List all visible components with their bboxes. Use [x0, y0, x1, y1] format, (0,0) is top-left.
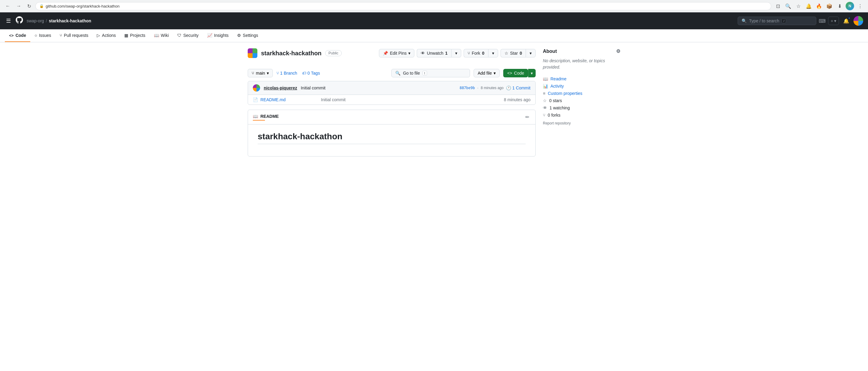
tab-pull-requests[interactable]: ⑂ Pull requests: [55, 29, 93, 42]
new-button[interactable]: + ▾: [828, 16, 839, 25]
browser-toolbar: ⊡ 🔍 ☆ 🔔 🔥 📦 ⬇ N ⋮: [774, 2, 864, 10]
hamburger-menu-button[interactable]: ☰: [5, 16, 12, 25]
user-avatar[interactable]: [854, 16, 863, 26]
search-icon: 🔍: [395, 71, 400, 75]
issues-icon: ○: [34, 33, 37, 38]
repo-title-area: starkhack-hackathon Public 📌 Edit Pins ▾…: [248, 48, 536, 63]
sidebar-link-custom-props[interactable]: ≡ Custom properties: [543, 90, 620, 97]
breadcrumb-separator: /: [46, 19, 47, 23]
github-header: ☰ swap-org / starkhack-hackathon 🔍 Type …: [0, 12, 868, 29]
tab-wiki[interactable]: 📖 Wiki: [150, 29, 173, 42]
unwatch-button[interactable]: 👁 Unwatch 1: [417, 49, 451, 58]
star-dropdown-button[interactable]: ▾: [526, 49, 536, 58]
refresh-button[interactable]: ↻: [25, 2, 33, 10]
browser-avatar[interactable]: N: [846, 2, 854, 10]
repo-title-left: starkhack-hackathon Public: [248, 48, 342, 58]
menu-dots-icon[interactable]: ⋮: [856, 2, 864, 10]
sidebar-link-activity[interactable]: 📊 Activity: [543, 82, 620, 90]
github-logo[interactable]: [16, 16, 23, 25]
plus-icon: +: [831, 19, 833, 23]
bookmark-icon[interactable]: ☆: [794, 2, 803, 10]
url-text: github.com/swap-org/starkhack-hackathon: [46, 4, 120, 8]
readme-body: starkhack-hackathon: [248, 125, 535, 156]
gear-icon[interactable]: ⚙: [616, 48, 620, 54]
main-content: starkhack-hackathon Public 📌 Edit Pins ▾…: [241, 42, 627, 163]
forward-button[interactable]: →: [14, 2, 23, 10]
about-title-text: About: [543, 48, 557, 54]
edit-pins-button[interactable]: 📌 Edit Pins ▾: [379, 49, 414, 58]
fork-dropdown-button[interactable]: ▾: [488, 49, 498, 58]
search-placeholder: Type / to search: [749, 19, 779, 23]
add-file-button[interactable]: Add file ▾: [474, 69, 500, 77]
file-name-link[interactable]: README.md: [260, 97, 321, 102]
tab-code[interactable]: <> Code: [5, 29, 30, 42]
history-icon: 🕐: [506, 86, 511, 90]
cast-icon[interactable]: ⊡: [774, 2, 782, 10]
tab-settings[interactable]: ⚙ Settings: [233, 29, 262, 42]
tab-insights[interactable]: 📈 Insights: [203, 29, 233, 42]
branch-label: Branch: [284, 71, 297, 75]
tab-actions[interactable]: ▷ Actions: [93, 29, 120, 42]
repo-name-link[interactable]: starkhack-hackathon: [49, 19, 91, 23]
address-bar[interactable]: 🔒 github.com/swap-org/starkhack-hackatho…: [35, 2, 771, 10]
commit-author-link[interactable]: nicolas-piquerez: [264, 86, 297, 90]
branch-info: ⑂ 1 Branch 🏷 0 Tags: [276, 71, 320, 75]
back-button[interactable]: ←: [4, 2, 12, 10]
commit-hash-link[interactable]: 887be9b: [460, 86, 475, 90]
extension-icon-3[interactable]: 📦: [825, 2, 834, 10]
readme-heading: starkhack-hackathon: [258, 132, 526, 144]
commit-author-avatar: [253, 84, 260, 92]
projects-icon: ▦: [124, 33, 128, 38]
tag-count-link[interactable]: 🏷 0 Tags: [302, 71, 320, 75]
code-button[interactable]: <> Code: [503, 69, 528, 77]
code-label: Code: [514, 71, 524, 75]
custom-props-icon: ≡: [543, 91, 545, 96]
tab-projects[interactable]: ▦ Projects: [120, 29, 150, 42]
branch-selector[interactable]: ⑂ main ▾: [248, 69, 273, 77]
search-box[interactable]: 🔍 Type / to search /: [738, 16, 816, 25]
branch-count-icon: ⑂: [276, 71, 279, 75]
org-link[interactable]: swap-org: [27, 19, 44, 23]
header-right: 🔍 Type / to search / ⌨ + ▾ 🔔: [738, 16, 863, 26]
chevron-down-icon: ▾: [530, 51, 532, 56]
lock-icon: 🔒: [39, 4, 44, 8]
readme-book-icon: 📖: [253, 114, 258, 119]
fork-button[interactable]: ⑂ Fork 0: [464, 49, 488, 58]
unwatch-dropdown-button[interactable]: ▾: [451, 49, 461, 58]
tab-issues[interactable]: ○ Issues: [30, 29, 55, 42]
sidebar-link-activity-label: Activity: [551, 84, 564, 89]
stars-stat: ☆ 0 stars: [543, 97, 620, 104]
report-repository-link[interactable]: Report repository: [543, 121, 620, 125]
file-commit-message: Initial commit: [321, 97, 504, 102]
commit-bar: nicolas-piquerez Initial commit 887be9b …: [248, 81, 535, 95]
tab-wiki-label: Wiki: [161, 33, 169, 38]
tab-security-label: Security: [183, 33, 199, 38]
branch-count-link[interactable]: ⑂ 1 Branch: [276, 71, 297, 75]
breadcrumb: swap-org / starkhack-hackathon: [27, 19, 91, 23]
visibility-badge: Public: [325, 50, 342, 56]
zoom-icon[interactable]: 🔍: [784, 2, 793, 10]
star-button[interactable]: ☆ Star 0: [500, 49, 526, 58]
notifications-icon[interactable]: 🔔: [841, 16, 851, 26]
terminal-icon[interactable]: ⌨: [819, 18, 826, 24]
edit-icon: ✏: [525, 114, 529, 120]
browser-chrome: ← → ↻ 🔒 github.com/swap-org/starkhack-ha…: [0, 0, 868, 12]
readme-edit-button[interactable]: ✏: [524, 113, 530, 121]
repo-title-actions: 📌 Edit Pins ▾ 👁 Unwatch 1 ▾: [379, 49, 536, 58]
extension-icon-1[interactable]: 🔔: [805, 2, 813, 10]
file-icon: 📄: [253, 97, 258, 102]
watching-stat: 👁 1 watching: [543, 104, 620, 111]
about-title: About ⚙: [543, 48, 620, 54]
tab-security[interactable]: 🛡 Security: [173, 29, 203, 42]
insights-icon: 📈: [207, 33, 212, 38]
go-to-file-input[interactable]: 🔍 Go to file t: [391, 69, 470, 77]
code-dropdown-button[interactable]: ▾: [528, 69, 536, 77]
download-icon[interactable]: ⬇: [835, 2, 844, 10]
extension-icon-2[interactable]: 🔥: [815, 2, 823, 10]
commit-count-link[interactable]: 🕐 1 Commit: [506, 86, 530, 90]
edit-pins-label: Edit Pins: [390, 51, 406, 56]
sidebar-link-readme[interactable]: 📖 Readme: [543, 75, 620, 82]
chevron-down-icon: ▾: [531, 71, 533, 75]
go-to-file-placeholder: Go to file: [403, 71, 420, 75]
tab-projects-label: Projects: [130, 33, 146, 38]
